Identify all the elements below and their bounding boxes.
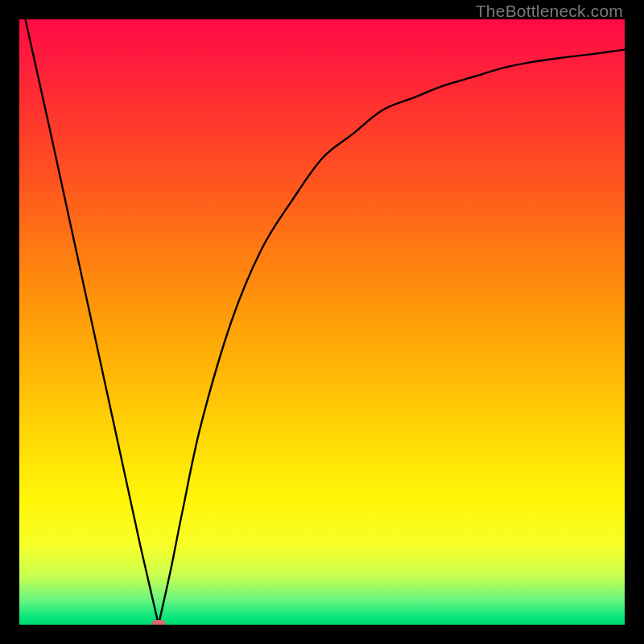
plot-area xyxy=(19,19,625,625)
chart-frame: TheBottleneck.com xyxy=(0,0,644,644)
bottleneck-curve xyxy=(19,19,625,625)
watermark-text: TheBottleneck.com xyxy=(476,2,623,21)
minimum-marker-icon xyxy=(151,620,166,625)
